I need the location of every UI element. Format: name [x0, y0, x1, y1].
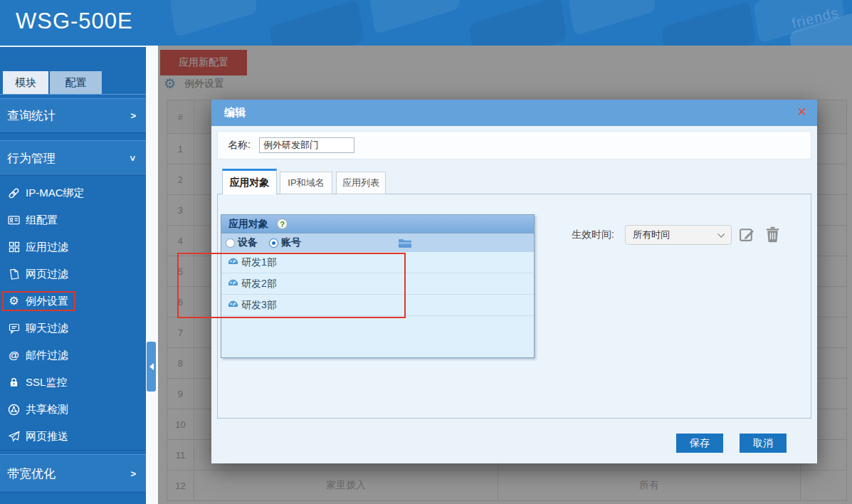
sidebar-item-group-config[interactable]: 组配置 [0, 206, 146, 233]
list-item-label: 研发3部 [241, 299, 277, 312]
sidebar-item-ssl-monitor[interactable]: SSL监控 [0, 369, 146, 396]
close-icon[interactable]: ✕ [797, 105, 807, 120]
collapse-arrow-icon [149, 363, 154, 370]
lock-icon [7, 377, 21, 389]
at-icon: @ [7, 350, 21, 362]
top-header: friends WSG-500E [0, 0, 852, 46]
sidebar-item-web-filter[interactable]: 网页过滤 [0, 261, 146, 288]
edit-dialog: 编辑 ✕ 名称: 应用对象 IP和域名 应用列表 应用对象 ? 设备 账号 [211, 100, 817, 463]
sidebar-item-label: 共享检测 [26, 403, 68, 416]
name-input[interactable] [259, 137, 354, 153]
folder-icon[interactable] [398, 238, 412, 248]
section-label: 行为管理 [7, 150, 130, 167]
sidebar-item-label: 网页推送 [26, 430, 68, 443]
save-button[interactable]: 保存 [676, 434, 723, 453]
list-item-label: 研发1部 [241, 256, 277, 269]
sidebar-menu: IP-MAC绑定 组配置 应用过滤 网页过滤 ⚙ 例外设置 [0, 179, 146, 450]
section-label: 查询统计 [7, 107, 130, 124]
app-object-list: 研发1部 研发2部 研发3部 [221, 252, 534, 316]
radio-device-label: 设备 [238, 236, 258, 249]
app-window: friends WSG-500E 模块 配置 查询统计 > 行为管理 > IP-… [0, 0, 852, 504]
dialog-titlebar: 编辑 [211, 100, 817, 126]
help-icon[interactable]: ? [277, 219, 288, 229]
app-objects-panel: 应用对象 ? 设备 账号 研发1部 [221, 214, 535, 358]
sidebar-item-web-push[interactable]: 网页推送 [0, 423, 146, 450]
chat-icon [7, 322, 21, 335]
group-gauge-icon [227, 300, 239, 311]
name-field-row: 名称: [217, 131, 811, 159]
list-item[interactable]: 研发1部 [221, 252, 534, 273]
chevron-right-icon: > [130, 468, 136, 479]
sidebar-tabline [0, 94, 146, 95]
radio-device[interactable] [226, 238, 235, 248]
sidebar-item-label: 邮件过滤 [26, 349, 68, 362]
sidebar-gap [146, 46, 158, 504]
sidebar-item-app-filter[interactable]: 应用过滤 [0, 233, 146, 261]
link-icon [7, 187, 21, 199]
effective-time-label: 生效时间: [572, 225, 614, 245]
sidebar-tab-modules[interactable]: 模块 [3, 71, 48, 94]
name-label: 名称: [228, 139, 251, 152]
sidebar-item-label: 组配置 [26, 214, 58, 227]
sidebar-item-chat-filter[interactable]: 聊天过滤 [0, 315, 146, 342]
sidebar-item-label: 网页过滤 [26, 268, 68, 281]
sidebar-item-ip-mac[interactable]: IP-MAC绑定 [0, 179, 146, 206]
sidebar-tab-config[interactable]: 配置 [50, 71, 102, 94]
grid-icon [7, 241, 21, 253]
group-gauge-icon [227, 278, 239, 290]
id-card-icon [7, 214, 21, 226]
app-title: WSG-500E [16, 9, 133, 34]
sidebar-section-query-stats[interactable]: 查询统计 > [0, 98, 146, 133]
list-item[interactable]: 研发2部 [221, 273, 534, 295]
share-icon [7, 404, 21, 416]
webpage-icon [7, 268, 21, 280]
effective-time-select[interactable]: 所有时间 [625, 225, 732, 245]
sidebar-item-mail-filter[interactable]: @ 邮件过滤 [0, 342, 146, 369]
sidebar-item-label: 例外设置 [26, 295, 68, 308]
radio-account[interactable] [269, 238, 278, 248]
section-label: 带宽优化 [7, 466, 130, 482]
sidebar-item-label: 应用过滤 [26, 241, 68, 254]
chevron-down-icon: > [128, 155, 139, 161]
sidebar-collapse-handle[interactable] [147, 342, 156, 392]
paper-plane-icon [7, 431, 21, 443]
sidebar: 模块 配置 查询统计 > 行为管理 > IP-MAC绑定 组配置 [0, 46, 146, 504]
sidebar-item-label: SSL监控 [26, 376, 67, 389]
sidebar-section-bandwidth[interactable]: 带宽优化 > [0, 454, 146, 493]
sidebar-item-label: 聊天过滤 [26, 322, 68, 335]
sidebar-item-share-detect[interactable]: 共享检测 [0, 396, 146, 423]
list-item-label: 研发2部 [241, 278, 277, 290]
dialog-title: 编辑 [224, 106, 246, 120]
panel-header: 应用对象 ? [221, 215, 534, 233]
tab-app-list[interactable]: 应用列表 [336, 172, 386, 194]
object-type-radio-row: 设备 账号 [221, 233, 534, 252]
delete-time-icon[interactable] [763, 225, 782, 243]
cancel-button[interactable]: 取消 [740, 434, 787, 453]
tab-ip-domain[interactable]: IP和域名 [280, 172, 332, 194]
radio-account-label: 账号 [281, 236, 301, 249]
sidebar-divider [0, 450, 146, 451]
edit-time-icon[interactable] [737, 225, 756, 243]
tab-app-objects[interactable]: 应用对象 [222, 169, 277, 194]
select-chevron-icon [717, 231, 725, 238]
chevron-right-icon: > [130, 110, 136, 121]
effective-time-value: 所有时间 [633, 229, 670, 241]
sidebar-section-behavior[interactable]: 行为管理 > [0, 140, 146, 176]
gear-icon: ⚙ [7, 295, 21, 308]
sidebar-item-label: IP-MAC绑定 [26, 187, 85, 200]
panel-title: 应用对象 [228, 218, 268, 231]
group-gauge-icon [227, 257, 239, 268]
sidebar-item-exception[interactable]: ⚙ 例外设置 [0, 288, 146, 315]
list-item[interactable]: 研发3部 [221, 295, 534, 316]
